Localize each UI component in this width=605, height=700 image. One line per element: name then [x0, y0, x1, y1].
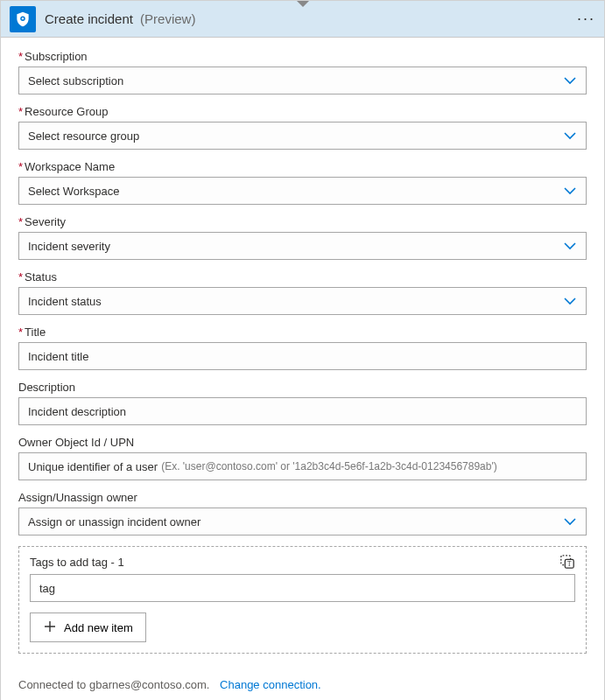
- description-input[interactable]: Incident description: [18, 397, 587, 425]
- severity-value: Incident severity: [28, 240, 110, 253]
- plus-icon: [43, 620, 57, 636]
- owner-hint: (Ex. 'user@contoso.com' or '1a2b3c4d-5e6…: [161, 460, 497, 472]
- connection-footer: Connected to gbarnes@contoso.com. Change…: [1, 678, 604, 700]
- step-header: Create incident (Preview) ···: [1, 1, 604, 38]
- subscription-label: *Subscription: [18, 50, 587, 63]
- svg-point-1: [22, 18, 24, 19]
- form-body: *Subscription Select subscription *Resou…: [1, 38, 604, 678]
- owner-value: Unique identifier of a user: [28, 460, 158, 473]
- description-label: Description: [18, 381, 587, 394]
- add-button-label: Add new item: [64, 621, 133, 634]
- change-connection-link[interactable]: Change connection.: [220, 678, 321, 691]
- status-select[interactable]: Incident status: [18, 287, 587, 315]
- severity-label: *Severity: [18, 215, 587, 228]
- tag-value: tag: [39, 582, 55, 595]
- severity-select[interactable]: Incident severity: [18, 232, 587, 260]
- workspace-label: *Workspace Name: [18, 160, 587, 173]
- chevron-down-icon: [563, 239, 577, 253]
- owner-label: Owner Object Id / UPN: [18, 436, 587, 449]
- workspace-value: Select Workspace: [28, 185, 120, 198]
- svg-text:T: T: [567, 561, 572, 568]
- switch-mode-icon[interactable]: T: [559, 554, 575, 572]
- tag-input[interactable]: tag: [30, 574, 575, 602]
- subscription-select[interactable]: Select subscription: [18, 66, 587, 94]
- connected-text: Connected to gbarnes@contoso.com.: [18, 678, 209, 691]
- title-value: Incident title: [28, 350, 88, 363]
- assign-value: Assign or unassign incident owner: [28, 515, 200, 528]
- chevron-down-icon: [563, 129, 577, 143]
- status-value: Incident status: [28, 295, 102, 308]
- sentinel-shield-icon: [10, 6, 36, 32]
- owner-input[interactable]: Unique identifier of a user (Ex. 'user@c…: [18, 452, 587, 480]
- status-label: *Status: [18, 270, 587, 284]
- tags-label: Tags to add tag - 1: [30, 556, 575, 569]
- assign-label: Assign/Unassign owner: [18, 491, 587, 504]
- chevron-down-icon: [563, 184, 577, 198]
- workspace-select[interactable]: Select Workspace: [18, 177, 587, 205]
- tags-container: Tags to add tag - 1 T tag Add new item: [18, 546, 587, 654]
- header-caret-icon: [297, 1, 309, 7]
- description-value: Incident description: [28, 405, 126, 418]
- resource-group-label: *Resource Group: [18, 105, 587, 118]
- chevron-down-icon: [563, 294, 577, 308]
- add-new-item-button[interactable]: Add new item: [30, 612, 146, 642]
- more-options-icon[interactable]: ···: [577, 10, 595, 28]
- chevron-down-icon: [563, 514, 577, 528]
- subscription-value: Select subscription: [28, 74, 123, 88]
- title-input[interactable]: Incident title: [18, 342, 587, 370]
- assign-select[interactable]: Assign or unassign incident owner: [18, 508, 587, 536]
- resource-group-value: Select resource group: [28, 130, 139, 143]
- step-title: Create incident (Preview): [45, 11, 195, 26]
- title-label: *Title: [18, 326, 587, 339]
- chevron-down-icon: [563, 74, 577, 88]
- resource-group-select[interactable]: Select resource group: [18, 122, 587, 150]
